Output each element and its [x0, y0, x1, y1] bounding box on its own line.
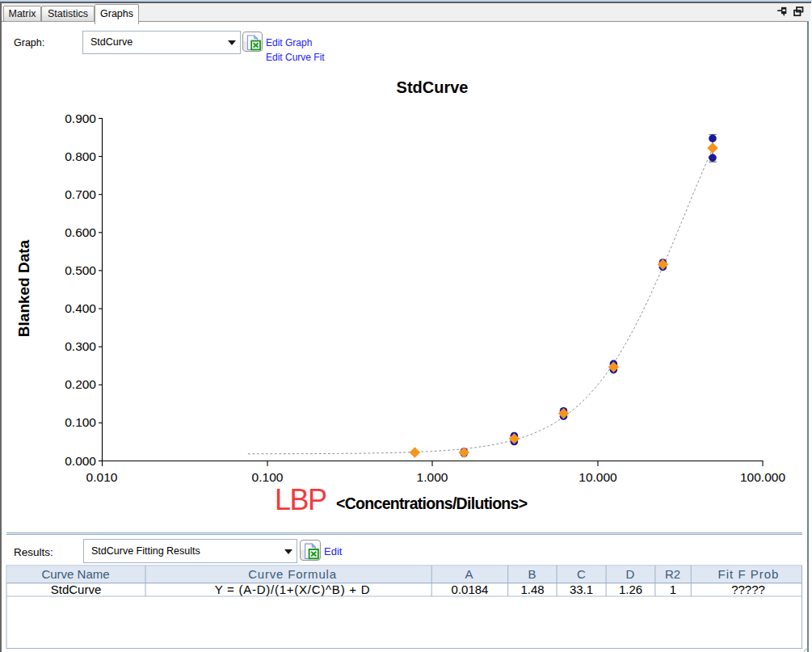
svg-text:0.500: 0.500 — [65, 263, 96, 277]
svg-text:StdCurve: StdCurve — [397, 78, 469, 96]
svg-text:0.100: 0.100 — [252, 470, 284, 484]
svg-text:0.000: 0.000 — [65, 454, 96, 468]
svg-text:1: 1 — [670, 583, 676, 596]
svg-text:0.400: 0.400 — [65, 301, 96, 315]
svg-text:StdCurve: StdCurve — [51, 583, 102, 596]
svg-text:D: D — [626, 567, 635, 581]
svg-text:0.100: 0.100 — [65, 415, 96, 429]
svg-text:LBP: LBP — [275, 483, 326, 516]
svg-text:?????: ????? — [731, 583, 765, 596]
svg-text:1.26: 1.26 — [619, 583, 642, 596]
svg-text:0.800: 0.800 — [65, 149, 96, 163]
svg-text:A: A — [465, 567, 473, 581]
svg-text:100.000: 100.000 — [740, 470, 785, 484]
svg-text:0.900: 0.900 — [65, 111, 96, 125]
svg-text:1.48: 1.48 — [520, 583, 544, 596]
svg-text:33.1: 33.1 — [570, 583, 593, 596]
svg-text:Curve Formula: Curve Formula — [248, 567, 337, 581]
svg-text:R2: R2 — [665, 567, 680, 581]
svg-text:0.0184: 0.0184 — [452, 583, 489, 596]
svg-text:0.700: 0.700 — [65, 187, 96, 201]
svg-text:1.000: 1.000 — [417, 470, 448, 484]
svg-text:Y = (A-D)/(1+(X/C)^B) + D: Y = (A-D)/(1+(X/C)^B) + D — [215, 583, 371, 596]
svg-text:0.010: 0.010 — [86, 470, 118, 484]
svg-text:<Concentrations/Dilutions>: <Concentrations/Dilutions> — [336, 494, 528, 512]
svg-text:10.000: 10.000 — [578, 470, 617, 484]
svg-text:Curve Name: Curve Name — [41, 567, 109, 581]
svg-text:Fit F Prob: Fit F Prob — [718, 567, 780, 581]
svg-text:0.200: 0.200 — [65, 377, 96, 391]
svg-text:B: B — [528, 567, 536, 581]
svg-text:0.300: 0.300 — [65, 339, 96, 353]
svg-text:C: C — [577, 567, 586, 581]
svg-text:0.600: 0.600 — [65, 225, 96, 239]
svg-text:Blanked Data: Blanked Data — [15, 239, 32, 337]
